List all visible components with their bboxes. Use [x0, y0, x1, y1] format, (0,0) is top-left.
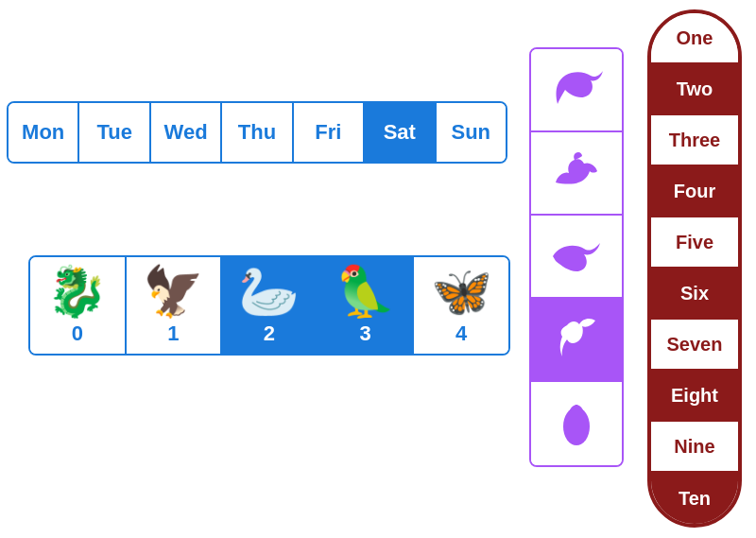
animal-2-emoji: 🦢 [238, 267, 300, 316]
bird-3[interactable] [531, 216, 622, 299]
day-sun[interactable]: Sun [437, 103, 506, 162]
animal-3[interactable]: 🦜 3 [318, 257, 415, 354]
day-selector: Mon Tue Wed Thu Fri Sat Sun [7, 101, 507, 164]
animal-4-num: 4 [455, 321, 467, 346]
animal-1[interactable]: 🦅 1 [127, 257, 223, 354]
bird-2-icon [548, 145, 605, 201]
animal-0-emoji: 🐉 [46, 267, 108, 316]
day-wed[interactable]: Wed [151, 103, 222, 162]
animal-3-emoji: 🦜 [335, 267, 396, 316]
bird-5-icon [548, 395, 605, 452]
number-one[interactable]: One [651, 13, 738, 64]
animal-2-num: 2 [264, 321, 275, 346]
number-eight[interactable]: Eight [651, 371, 738, 422]
bird-2[interactable] [531, 132, 622, 216]
animal-4[interactable]: 🦋 4 [414, 257, 508, 354]
day-mon[interactable]: Mon [9, 103, 79, 162]
animal-carousel: 🐉 0 🦅 1 🦢 2 🦜 3 🦋 4 [28, 255, 510, 356]
day-sat[interactable]: Sat [365, 103, 436, 162]
number-nine[interactable]: Nine [651, 422, 738, 473]
number-list: One Two Three Four Five Six Seven Eight … [647, 9, 742, 528]
number-six[interactable]: Six [651, 269, 738, 320]
day-tue[interactable]: Tue [79, 103, 150, 162]
bird-column [529, 47, 624, 467]
number-two[interactable]: Two [651, 64, 738, 115]
animal-1-num: 1 [167, 321, 179, 346]
bird-1[interactable] [531, 49, 622, 132]
animal-0-num: 0 [72, 321, 83, 346]
day-fri[interactable]: Fri [294, 103, 365, 162]
bird-4-icon [548, 311, 605, 368]
bird-3-icon [548, 228, 605, 285]
animal-4-emoji: 🦋 [431, 267, 492, 316]
animal-2[interactable]: 🦢 2 [222, 257, 318, 354]
number-five[interactable]: Five [651, 217, 738, 269]
day-thu[interactable]: Thu [222, 103, 293, 162]
svg-point-0 [563, 408, 590, 445]
animal-0[interactable]: 🐉 0 [30, 257, 127, 354]
animal-1-emoji: 🦅 [143, 267, 204, 316]
number-four[interactable]: Four [651, 166, 738, 217]
number-seven[interactable]: Seven [651, 320, 738, 371]
bird-1-icon [548, 61, 605, 118]
bird-4[interactable] [531, 299, 622, 382]
bird-5[interactable] [531, 382, 622, 465]
animal-3-num: 3 [359, 321, 370, 346]
number-ten[interactable]: Ten [651, 473, 738, 524]
number-three[interactable]: Three [651, 115, 738, 166]
